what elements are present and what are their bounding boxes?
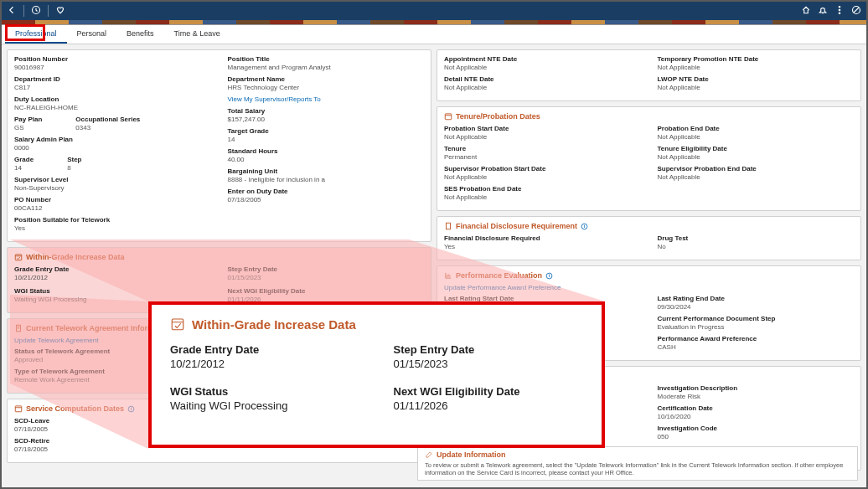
bell-icon[interactable]	[818, 5, 828, 17]
calendar-icon	[14, 404, 23, 413]
suitable: Yes	[14, 224, 211, 232]
sec-cert: 10/16/2020	[658, 413, 855, 420]
more-icon[interactable]	[834, 5, 845, 17]
info-icon[interactable]: i	[581, 223, 588, 230]
fin-drug-label: Drug Test	[658, 234, 855, 242]
svg-rect-13	[447, 223, 451, 229]
tenure-header: Tenure/Probation Dates	[444, 112, 854, 121]
pencil-icon	[425, 450, 433, 459]
sec-cert-label: Certification Date	[658, 404, 855, 412]
back-icon[interactable]	[7, 5, 17, 17]
occ-series-label: Occupational Series	[75, 116, 140, 123]
step-label: Step	[67, 156, 81, 163]
grade-label: Grade	[14, 156, 34, 163]
fin-header: Financial Disclosure Requirement i	[444, 222, 854, 230]
info-icon[interactable]: i	[545, 272, 553, 280]
dept-name: HRS Technology Center	[228, 84, 425, 91]
fin-card: Financial Disclosure Requirement i Finan…	[437, 216, 861, 260]
pos-title: Management and Program Analyst	[228, 64, 425, 71]
wgi-next-label: Next WGI Eligibility Date	[228, 287, 425, 295]
fin-fd-label: Financial Disclosure Required	[444, 234, 641, 242]
appt-lwop-label: LWOP NTE Date	[658, 75, 855, 83]
perf-pap-label: Performance Award Preference	[658, 335, 855, 342]
target-grade-label: Target Grade	[228, 127, 425, 135]
zoom-next: 01/11/2026	[394, 399, 584, 412]
perf-cpds-label: Current Performance Document Step	[658, 315, 855, 322]
svg-point-1	[839, 7, 840, 8]
ten-elig: Not Applicable	[658, 153, 855, 161]
svg-rect-9	[15, 406, 22, 412]
svg-point-2	[839, 9, 840, 11]
ten-sps: Not Applicable	[444, 173, 641, 181]
calendar-icon	[444, 112, 452, 121]
svg-rect-5	[15, 255, 22, 260]
sup-level: Non-Supervisory	[14, 184, 211, 192]
eod-label: Enter on Duty Date	[228, 188, 425, 195]
info-icon[interactable]: i	[127, 405, 135, 413]
wgi-status-label: WGI Status	[14, 287, 211, 295]
position-details-card: Position Number90016987 Department IDC81…	[7, 49, 431, 242]
target-grade: 14	[228, 136, 425, 143]
svg-text:i: i	[549, 273, 550, 278]
zoom-status: Waiting WGI Processing	[170, 399, 360, 412]
ten-pend: Not Applicable	[658, 133, 855, 141]
duty-loc-label: Duty Location	[14, 95, 211, 103]
document-icon	[14, 324, 23, 332]
top-navbar	[2, 2, 866, 20]
appt-temp-label: Temporary Promotion NTE Date	[658, 55, 855, 63]
history-icon[interactable]	[31, 5, 41, 17]
eod: 07/18/2005	[228, 196, 425, 203]
ten-ses: Not Applicable	[444, 193, 641, 201]
tab-professional[interactable]: Professional	[5, 25, 67, 44]
perf-pap: CASH	[658, 343, 855, 351]
total-sal-label: Total Salary	[228, 107, 425, 115]
wgi-sed-label: Step Entry Date	[228, 265, 425, 273]
suitable-label: Position Suitable for Telework	[14, 216, 211, 224]
stop-icon[interactable]	[851, 5, 861, 17]
dept-id: C817	[14, 84, 211, 91]
sec-invd: Moderate Risk	[658, 393, 855, 400]
wgi-zoom-panel: Within-Grade Increase Data Grade Entry D…	[148, 301, 605, 448]
po-label: PO Number	[14, 196, 211, 203]
zoom-ged: 10/21/2012	[170, 358, 360, 370]
ten-tenure: Permanent	[444, 153, 641, 161]
ten-spe-label: Supervisor Probation End Date	[658, 165, 855, 172]
svg-text:i: i	[131, 406, 132, 411]
ten-ses-label: SES Probation End Date	[444, 185, 641, 193]
wgi-ged: 10/21/2012	[14, 274, 211, 281]
view-supervisor-link[interactable]: View My Supervisor/Reports To	[228, 95, 425, 103]
std-hours: 40.00	[228, 156, 425, 163]
sup-level-label: Supervisor Level	[14, 176, 211, 183]
appt-lwop: Not Applicable	[658, 84, 855, 91]
ten-elig-label: Tenure Eligibility Date	[658, 145, 855, 152]
salary-admin: 0000	[14, 144, 211, 152]
appt-card: Appointment NTE DateNot Applicable Detai…	[437, 49, 861, 101]
perf-lre: 09/30/2024	[658, 303, 855, 311]
ten-pstart-label: Probation Start Date	[444, 125, 641, 132]
tab-time-leave[interactable]: Time & Leave	[164, 25, 230, 44]
footer-card: Update Information To review or submit a…	[417, 446, 858, 481]
perf-header: Performance Evaluation i	[444, 271, 854, 280]
po: 00CA112	[14, 204, 211, 212]
heart-icon[interactable]	[55, 5, 65, 17]
zoom-ged-label: Grade Entry Date	[170, 343, 360, 356]
tab-personal[interactable]: Personal	[67, 25, 117, 44]
zoom-sed: 01/15/2023	[394, 358, 584, 370]
home-icon[interactable]	[801, 5, 811, 17]
wgi-header: Within-Grade Increase Data	[14, 253, 424, 261]
svg-rect-20	[172, 319, 183, 330]
tab-benefits[interactable]: Benefits	[116, 25, 164, 44]
position-number: 90016987	[14, 64, 211, 71]
perf-lre-label: Last Rating End Date	[658, 295, 855, 302]
step: 8	[67, 164, 81, 172]
pay-plan-label: Pay Plan	[14, 116, 42, 123]
appt-temp: Not Applicable	[658, 64, 855, 71]
std-hours-label: Standard Hours	[228, 147, 425, 155]
barg-label: Bargaining Unit	[228, 167, 425, 175]
ten-tenure-label: Tenure	[444, 145, 641, 152]
zoom-next-label: Next WGI Eligibility Date	[394, 385, 584, 398]
footer-header: Update Information	[425, 450, 850, 459]
sec-invc: 050	[658, 433, 855, 440]
sec-invc-label: Investigation Code	[658, 425, 855, 432]
perf-update-link[interactable]: Update Performance Award Preference	[444, 284, 854, 291]
